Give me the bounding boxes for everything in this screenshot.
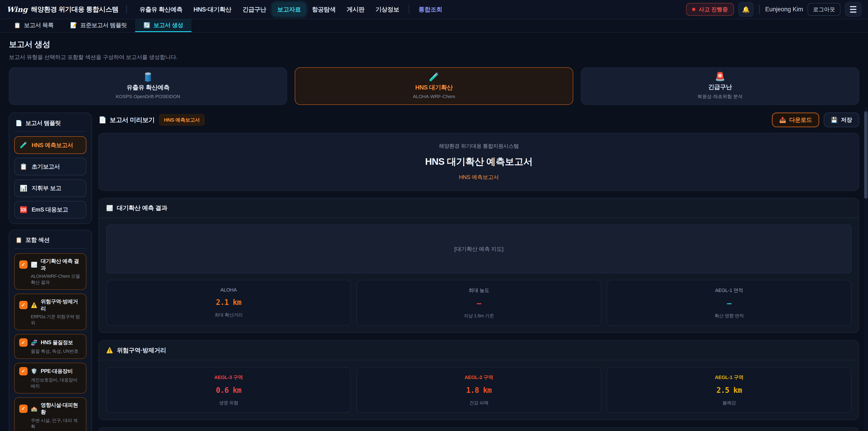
section-toggle-facilities[interactable]: ✓ 🏫 영향시설·대피현황 주변 시설, 인구, 대피 계획 <box>14 397 86 431</box>
nav-item-oil-spill[interactable]: 유출유 확산예측 <box>134 2 187 16</box>
section-toggle-dispersion[interactable]: ✓ 🌫️ 대기확산 예측 결과 ALOHA/WRF-Chem 모델 확산 결과 <box>14 253 86 290</box>
divider <box>409 5 409 14</box>
test-tube-icon: 🧪 <box>20 142 27 149</box>
document-icon: 📄 <box>16 120 22 126</box>
preview-header: 📄 보고서 미리보기 HNS 예측보고서 📥 다운로드 💾 저장 <box>98 113 859 127</box>
type-card-hns[interactable]: 🧪 HNS 대기확산 ALOHA·WRF-Chem <box>295 67 573 105</box>
memo-icon: 📝 <box>70 22 77 29</box>
divider <box>126 5 127 14</box>
sidebar: 📄 보고서 템플릿 🧪 HNS 예측보고서 📋 초기보고서 📊 지휘부 보고 <box>9 113 92 431</box>
school-icon: 🏫 <box>31 405 37 412</box>
preview-title: 📄 보고서 미리보기 <box>98 116 155 124</box>
section-hazard-zones: ⚠️ 위험구역·방제거리 AEGL-3 구역 0.6 km 생명 위협 AEGL… <box>98 340 859 420</box>
section-toggle-substance[interactable]: ✓ 🧬 HNS 물질정보 물질 특성, 독성, UN번호 <box>14 334 86 359</box>
preview-actions: 📥 다운로드 💾 저장 <box>772 113 859 127</box>
sos-icon: 🆘 <box>20 206 27 213</box>
nav-item-weather[interactable]: 기상정보 <box>370 2 404 16</box>
nav-item-board[interactable]: 게시판 <box>342 2 370 16</box>
floppy-disk-icon: 💾 <box>831 117 837 123</box>
stat-aegl1-area: AEGL-1 면적 — 확산 영향 면적 <box>607 280 851 326</box>
scrollbar[interactable] <box>864 107 868 431</box>
section-toggle-zones[interactable]: ✓ ⚠️ 위험구역·방제거리 ERPGs 기준 위험구역 범위 <box>14 294 86 330</box>
template-item-initial[interactable]: 📋 초기보고서 <box>14 158 86 175</box>
preview-type-badge: HNS 예측보고서 <box>159 114 205 125</box>
report-title: HNS 대기확산 예측보고서 <box>105 155 852 168</box>
top-right-controls: 사고 진행중 🔔 Eunjeong Kim 로그아웃 <box>686 2 861 17</box>
checkbox-checked[interactable]: ✓ <box>19 301 28 309</box>
warning-icon: ⚠️ <box>31 302 37 308</box>
menu-button[interactable] <box>845 2 862 17</box>
generate-icon: 🔄 <box>144 22 150 29</box>
report-org: 해양환경 위기대응 통합지원시스템 <box>105 143 852 150</box>
tab-report-list[interactable]: 📋 보고서 목록 <box>5 19 62 32</box>
tab-report-generate[interactable]: 🔄 보고서 생성 <box>135 19 191 32</box>
checkbox-checked[interactable]: ✓ <box>19 367 28 375</box>
clipboard-icon: 📋 <box>16 237 22 243</box>
nav-item-aerial-search[interactable]: 항공탐색 <box>307 2 341 16</box>
nav-item-reports[interactable]: 보고자료 <box>272 2 306 16</box>
section-header: 🧬 HNS 물질정보 <box>99 428 859 431</box>
nav-item-integrated-search[interactable]: 통합조회 <box>414 2 447 16</box>
sections-panel: 📋 포함 섹션 ✓ 🌫️ 대기확산 예측 결과 ALOHA/WRF-Chem 모… <box>9 229 92 431</box>
section-dispersion-results: 🌫️ 대기확산 예측 결과 [대기확산 예측 지도] ALOHA 2.1 km … <box>98 198 859 333</box>
section-toggle-ppe[interactable]: ✓ 🛡️ PPE·대응장비 개인보호장비, 대응장비 배치 <box>14 363 86 394</box>
report-type-selector: 🛢️ 유출유 확산예측 KOSPS·OpenDrift·POSEIDON 🧪 H… <box>9 67 859 105</box>
nav-item-hns-dispersion[interactable]: HNS·대기확산 <box>188 2 237 16</box>
dna-icon: 🧬 <box>31 339 37 346</box>
section-substance-info: 🧬 HNS 물질정보 물질명 벤젠 (Benzene) UN번호 UN 1114 <box>98 427 859 431</box>
clipboard-icon: 📋 <box>20 163 27 170</box>
zone-stats: AEGL-3 구역 0.6 km 생명 위협 AEGL-2 구역 1.8 km … <box>106 367 851 413</box>
template-item-hns[interactable]: 🧪 HNS 예측보고서 <box>14 136 86 154</box>
test-tube-icon: 🧪 <box>429 73 439 81</box>
dispersion-stats: ALOHA 2.1 km 최대 확산거리 최대 농도 — 지상 1.5m 기준 … <box>106 280 851 326</box>
stat-aloha: ALOHA 2.1 km 최대 확산거리 <box>106 280 351 326</box>
zone-aegl1: AEGL-1 구역 2.5 km 불쾌감 <box>607 367 851 413</box>
siren-icon: 🚨 <box>715 72 725 81</box>
bell-icon: 🔔 <box>742 6 750 13</box>
app-root: Wing 해양환경 위기대응 통합시스템 유출유 확산예측 HNS·대기확산 긴… <box>0 0 868 431</box>
oil-drum-icon: 🛢️ <box>143 73 153 81</box>
bar-chart-icon: 📊 <box>20 185 27 192</box>
sections-panel-header: 📋 포함 섹션 <box>14 235 86 249</box>
app-logo[interactable]: Wing 해양환경 위기대응 통합시스템 <box>6 5 119 14</box>
top-nav: Wing 해양환경 위기대응 통합시스템 유출유 확산예측 HNS·대기확산 긴… <box>0 0 868 19</box>
tab-report-templates[interactable]: 📝 표준보고서 템플릿 <box>62 19 135 32</box>
nav-item-rescue[interactable]: 긴급구난 <box>237 2 271 16</box>
app-title: 해양환경 위기대응 통합시스템 <box>31 5 119 14</box>
download-icon: 📥 <box>779 117 786 123</box>
template-item-command[interactable]: 📊 지휘부 보고 <box>14 180 86 197</box>
download-button[interactable]: 📥 다운로드 <box>772 113 819 127</box>
checkbox-checked[interactable]: ✓ <box>19 338 28 347</box>
checkbox-checked[interactable]: ✓ <box>19 405 28 413</box>
clipboard-icon: 📋 <box>14 22 21 29</box>
report-title-card: 해양환경 위기대응 통합지원시스템 HNS 대기확산 예측보고서 HNS 예측보… <box>98 133 859 191</box>
stat-max-concentration: 최대 농도 — 지상 1.5m 기준 <box>356 280 601 326</box>
main-nav: 유출유 확산예측 HNS·대기확산 긴급구난 보고자료 항공탐색 게시판 기상정… <box>134 2 447 16</box>
warning-icon: ⚠️ <box>106 347 113 353</box>
menu-icon <box>850 6 857 13</box>
page-title: 보고서 생성 <box>9 39 859 50</box>
type-card-rescue[interactable]: 🚨 긴급구난 복원성·좌초위험 분석 <box>581 67 859 105</box>
document-icon: 📄 <box>98 116 106 124</box>
template-panel: 📄 보고서 템플릿 🧪 HNS 예측보고서 📋 초기보고서 📊 지휘부 보고 <box>9 113 92 224</box>
dispersion-map-placeholder: [대기확산 예측 지도] <box>106 225 851 273</box>
status-dot-icon <box>692 8 695 11</box>
template-item-ems[interactable]: 🆘 EmS 대응보고 <box>14 201 86 219</box>
save-button[interactable]: 💾 저장 <box>824 113 859 127</box>
type-card-oil-spill[interactable]: 🛢️ 유출유 확산예측 KOSPS·OpenDrift·POSEIDON <box>9 67 287 105</box>
section-header: 🌫️ 대기확산 예측 결과 <box>99 198 859 218</box>
scrollbar-thumb[interactable] <box>864 111 868 199</box>
incident-status-badge[interactable]: 사고 진행중 <box>686 3 734 16</box>
shield-icon: 🛡️ <box>31 368 37 374</box>
user-name: Eunjeong Kim <box>765 6 803 13</box>
notification-button[interactable]: 🔔 <box>738 2 754 17</box>
page-subtitle: 보고서 유형을 선택하고 포함할 섹션을 구성하여 보고서를 생성합니다. <box>9 53 859 61</box>
report-subtitle: HNS 예측보고서 <box>105 173 852 181</box>
logout-button[interactable]: 로그아웃 <box>808 3 841 16</box>
template-panel-header: 📄 보고서 템플릿 <box>14 118 86 132</box>
zone-aegl3: AEGL-3 구역 0.6 km 생명 위협 <box>106 367 351 413</box>
fog-icon: 🌫️ <box>31 261 37 268</box>
report-preview: 📄 보고서 미리보기 HNS 예측보고서 📥 다운로드 💾 저장 <box>98 113 859 431</box>
logo-wing-mark: Wing <box>6 5 28 14</box>
checkbox-checked[interactable]: ✓ <box>19 260 28 269</box>
